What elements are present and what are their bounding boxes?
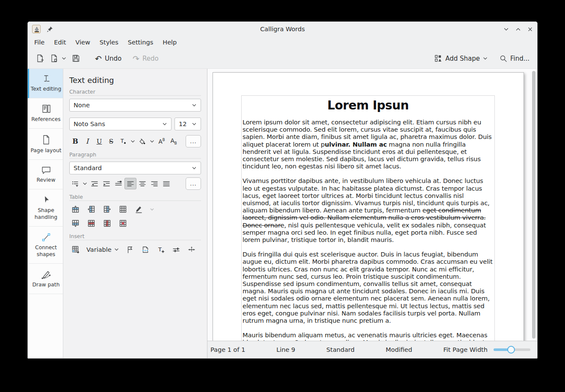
paragraph[interactable]: Lorem ipsum dolor sit amet, consectetur …: [243, 118, 494, 170]
delete-row-button[interactable]: [85, 218, 97, 229]
list-format-chevron[interactable]: [81, 178, 89, 189]
menu-settings[interactable]: Settings: [123, 38, 158, 47]
table-grid-button[interactable]: [117, 203, 129, 215]
text-run[interactable]: Duis fringilla dui quis est scelerisque …: [243, 251, 493, 324]
vertical-scrollbar[interactable]: [531, 70, 536, 339]
background-color-chevron[interactable]: [148, 136, 156, 147]
tab-references[interactable]: References: [28, 98, 63, 129]
tab-text-editing[interactable]: Text editing: [28, 69, 63, 98]
insert-text-button[interactable]: T: [155, 244, 167, 255]
character-more-button[interactable]: ...: [186, 135, 201, 147]
tab-draw-path[interactable]: Draw path: [28, 264, 63, 294]
open-recent-chevron-icon[interactable]: [62, 55, 66, 62]
zoom-slider[interactable]: [494, 346, 530, 354]
text-frame[interactable]: Lorem Ipsun Lorem ipsum dolor sit amet, …: [241, 95, 495, 341]
redo-button[interactable]: ↷ Redo: [130, 53, 161, 65]
insert-line-button[interactable]: [170, 244, 182, 255]
new-document-button[interactable]: [33, 52, 47, 65]
style-indicator[interactable]: Standard: [326, 346, 355, 353]
page-indicator[interactable]: Page 1 of 1: [210, 346, 245, 353]
list-format-button[interactable]: [69, 178, 81, 189]
variable-label: Variable: [86, 246, 112, 253]
border-pen-button[interactable]: [133, 203, 145, 215]
pushpin-icon[interactable]: [47, 26, 53, 32]
text-cursor-icon: [41, 74, 51, 84]
text-run[interactable]: Mauris bibendum aliquam metus, ac venena…: [243, 331, 487, 341]
insert-column-left-button[interactable]: [85, 203, 97, 215]
zoom-slider-handle[interactable]: [507, 346, 515, 354]
menu-file[interactable]: File: [30, 38, 49, 47]
tab-shape-handling[interactable]: Shape handling: [28, 189, 63, 227]
document-title[interactable]: Lorem Ipsun: [243, 98, 494, 112]
insert-row-below-button[interactable]: [69, 218, 81, 229]
subscript-button[interactable]: AB: [168, 136, 180, 147]
special-character-button[interactable]: [186, 244, 198, 255]
align-right-button[interactable]: [148, 178, 160, 189]
main-toolbar: ↶ Undo ↷ Redo Add Shape: [28, 48, 537, 69]
window-title: Calligra Words: [28, 26, 537, 32]
menu-edit[interactable]: Edit: [49, 38, 71, 47]
font-size-combobox[interactable]: 12: [175, 118, 201, 130]
modified-indicator: Modified: [386, 346, 412, 353]
add-shape-chevron-icon: [483, 55, 488, 62]
paragraph[interactable]: Vivamus porttitor dapibus ante, in vesti…: [243, 177, 494, 243]
text-run[interactable]: ulvinar. Nullam ac: [325, 141, 387, 148]
titlebar[interactable]: Calligra Words: [28, 22, 537, 36]
paragraph[interactable]: Mauris bibendum aliquam metus, ac venena…: [243, 331, 494, 341]
find-label: Find...: [510, 55, 530, 62]
chevron-down-icon: [192, 165, 197, 171]
text-color-chevron[interactable]: [129, 136, 136, 147]
save-button[interactable]: [69, 52, 83, 65]
delete-table-button[interactable]: [117, 218, 129, 229]
text-color-button[interactable]: T: [117, 136, 129, 147]
menu-help[interactable]: Help: [158, 38, 181, 47]
open-document-button[interactable]: [47, 52, 69, 65]
tab-page-layout[interactable]: Page layout: [28, 129, 63, 160]
insert-table-button[interactable]: [69, 244, 81, 255]
connector-icon: [41, 232, 51, 242]
calligra-words-window: Calligra Words File Edit View Styles Set…: [27, 21, 538, 359]
variable-dropdown[interactable]: Variable: [85, 245, 121, 255]
document-page[interactable]: Lorem Ipsun Lorem ipsum dolor sit amet, …: [213, 72, 524, 341]
italic-button[interactable]: I: [81, 136, 93, 147]
scrollbar-thumb[interactable]: [532, 71, 535, 339]
font-family-combobox[interactable]: Noto Sans: [69, 118, 172, 130]
paragraph-more-button[interactable]: ...: [186, 177, 201, 190]
page-icon: [41, 134, 51, 145]
tab-connect-shapes[interactable]: Connect shapes: [28, 227, 63, 264]
add-shape-button[interactable]: Add Shape: [432, 53, 490, 65]
first-line-indent-button[interactable]: [112, 178, 124, 189]
align-left-button[interactable]: [124, 178, 136, 189]
character-style-combobox[interactable]: None: [69, 99, 201, 112]
undo-button[interactable]: ↶ Undo: [92, 53, 124, 65]
increase-indent-button[interactable]: [101, 178, 112, 189]
tab-review[interactable]: Review: [28, 160, 63, 189]
background-color-button[interactable]: [136, 136, 148, 147]
delete-column-button[interactable]: [101, 218, 113, 229]
paragraph-style-combobox[interactable]: Standard: [69, 162, 201, 174]
superscript-button[interactable]: AB: [156, 136, 168, 147]
align-justify-button[interactable]: [160, 178, 172, 189]
decrease-indent-button[interactable]: [89, 178, 101, 189]
find-button[interactable]: Find...: [497, 53, 532, 65]
bold-button[interactable]: B: [69, 136, 81, 147]
menu-styles[interactable]: Styles: [95, 38, 123, 47]
menu-view[interactable]: View: [71, 38, 95, 47]
insert-column-right-button[interactable]: [101, 203, 113, 215]
page-break-button[interactable]: [139, 244, 151, 255]
close-button[interactable]: [527, 26, 533, 32]
bookmark-flag-button[interactable]: [124, 244, 136, 255]
pen-path-icon: [41, 269, 52, 280]
insert-row-above-button[interactable]: [69, 203, 81, 215]
zoom-mode-label[interactable]: Fit Page Width: [444, 346, 488, 353]
underline-button[interactable]: U: [93, 136, 105, 147]
strikethrough-button[interactable]: S: [105, 136, 117, 147]
align-center-button[interactable]: [136, 178, 148, 189]
border-pen-chevron[interactable]: [148, 203, 156, 215]
maximize-button[interactable]: [515, 26, 521, 32]
paragraph[interactable]: Duis fringilla dui quis est scelerisque …: [243, 251, 494, 324]
document-paragraphs[interactable]: Lorem ipsum dolor sit amet, consectetur …: [243, 118, 494, 341]
panel-title: Text editing: [69, 76, 201, 85]
document-viewport[interactable]: Lorem Ipsun Lorem ipsum dolor sit amet, …: [207, 69, 537, 341]
minimize-button[interactable]: [503, 26, 509, 32]
